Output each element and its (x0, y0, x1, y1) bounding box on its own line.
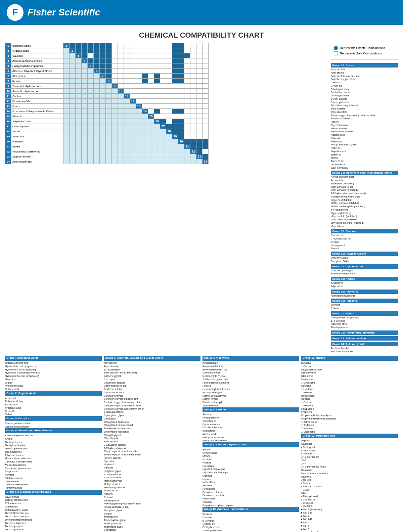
list-item: Chlorobenzene (5, 502, 102, 505)
matrix-cell (184, 58, 190, 63)
matrix-grid-container: 1Inorganic Acids1●●●●●●●●●2Organic acids… (5, 43, 327, 353)
matrix-cell (70, 69, 76, 74)
list-item: 1-Tetradecene (301, 420, 398, 424)
matrix-cell (94, 89, 100, 94)
matrix-cell (136, 63, 142, 69)
list-item: Propyl acetates (n, iso) (331, 143, 398, 146)
matrix-cell: ● (172, 69, 178, 74)
matrix-cell (184, 84, 190, 89)
list-item: Diisobutylene (301, 371, 398, 374)
matrix-cell (76, 74, 82, 79)
list-item: Butyraldehyde (n, iso) (203, 368, 299, 371)
matrix-cell (190, 119, 196, 124)
matrix-cell (118, 94, 124, 99)
group24-title: Group 24: Acid Anhydride (331, 342, 398, 346)
matrix-cell (63, 99, 70, 104)
matrix-cell (130, 149, 136, 154)
matrix-cell (148, 63, 154, 69)
matrix-cell (148, 159, 154, 164)
matrix-cell (94, 109, 100, 114)
matrix-cell: ● (76, 43, 82, 48)
matrix-cell (88, 69, 94, 74)
matrix-cell (142, 58, 148, 63)
list-item: 1-Hexane (301, 391, 398, 394)
list-item: Sorbitol (104, 512, 200, 516)
list-item: Ethyl butanol (104, 440, 200, 443)
group14-list: Acrylic acid (inhibited) Acrylonitrile B… (331, 175, 398, 228)
matrix-cell (130, 43, 136, 48)
list-item: Ethoxylated tetradecanol (104, 427, 200, 430)
matrix-cell (142, 94, 148, 99)
matrix-cell (148, 124, 154, 129)
matrix-cell (63, 104, 70, 109)
matrix-cell (154, 94, 160, 99)
group22-title: Group 22: Phosphorus, elemental (331, 330, 398, 335)
group13-title: Group 13: Esters (331, 63, 398, 68)
matrix-cell (154, 144, 160, 149)
matrix-cell (82, 119, 88, 124)
table-row: 24Acid Anhydrides24 (5, 159, 209, 164)
matrix-cell (160, 53, 166, 58)
group23-title: Group 23: Sulphur, molten (331, 336, 398, 341)
matrix-cell (82, 94, 88, 99)
matrix-cell: ● (100, 53, 106, 58)
list-item: Nitric acid (5, 378, 102, 381)
matrix-cell (70, 129, 76, 134)
matrix-cell (76, 58, 82, 63)
group1-title: Group 1: Inorganic Acids (5, 356, 102, 361)
matrix-cell (124, 134, 130, 139)
table-row: 2Organic acids2●●●●●●●● (5, 48, 209, 53)
list-item: Adiponitrile (331, 285, 398, 288)
matrix-cell (166, 104, 172, 109)
matrix-cell (112, 154, 118, 159)
matrix-cell (184, 94, 190, 99)
list-item: Lubricating oil (301, 531, 398, 532)
matrix-cell: ● (184, 53, 190, 58)
matrix-cell (112, 74, 118, 79)
matrix-cell (82, 134, 88, 139)
list-item: Propylene glycol (104, 509, 200, 512)
group3-list: Caustic potash solution Caustic soda sol… (5, 422, 102, 429)
matrix-cell (118, 69, 124, 74)
row-label: Inorganic Acids (11, 43, 63, 48)
matrix-cell (82, 154, 88, 159)
matrix-cell (148, 58, 154, 63)
matrix-cell (166, 69, 172, 74)
matrix-cell (136, 129, 142, 134)
list-item: Butyl benzyl phthalate (331, 78, 398, 81)
matrix-cell (136, 154, 142, 159)
list-item: Crude oil (301, 501, 398, 505)
matrix-cell (178, 159, 184, 164)
list-item: Liquified natural gas (203, 468, 299, 471)
matrix-cell (190, 69, 196, 74)
matrix-cell: ● (100, 43, 106, 48)
list-item: Liquified petroleum gas (203, 471, 299, 474)
list-item: Carbon tetrachloride (5, 498, 102, 502)
matrix-cell (142, 63, 148, 69)
list-item: Dichlorobenzene (p-) (5, 515, 102, 518)
group4-title: Group 4: Amines and Alkanolamines (5, 428, 102, 433)
table-row: 10Aromatic Hydrocarbons10 (5, 89, 209, 94)
matrix-cell (184, 99, 190, 104)
matrix-cell: ● (94, 63, 100, 69)
matrix-cell (112, 114, 118, 119)
matrix-cell: ● (203, 154, 209, 159)
matrix-cell (154, 99, 160, 104)
matrix-cell: ● (178, 63, 184, 69)
list-item: Chlorosulphonic acid (5, 361, 102, 365)
matrix-cell (100, 154, 106, 159)
matrix-cell (178, 94, 184, 99)
matrix-cell (160, 154, 166, 159)
matrix-cell (100, 129, 106, 134)
list-item: Dipropylene glycol (104, 414, 200, 417)
row-label: Aldehydes (11, 74, 63, 79)
group12-box: Group 12: Petroleum Oils Asphalt Gasolin… (301, 434, 398, 532)
matrix-cell (63, 79, 70, 84)
matrix-cell (172, 159, 178, 164)
matrix-cell (118, 43, 124, 48)
matrix-cell (100, 99, 106, 104)
matrix-cell (94, 144, 100, 149)
matrix-cell (70, 104, 76, 109)
matrix-cell (166, 119, 172, 124)
list-item: Hydrochloric acid (aqueous) (5, 365, 102, 368)
